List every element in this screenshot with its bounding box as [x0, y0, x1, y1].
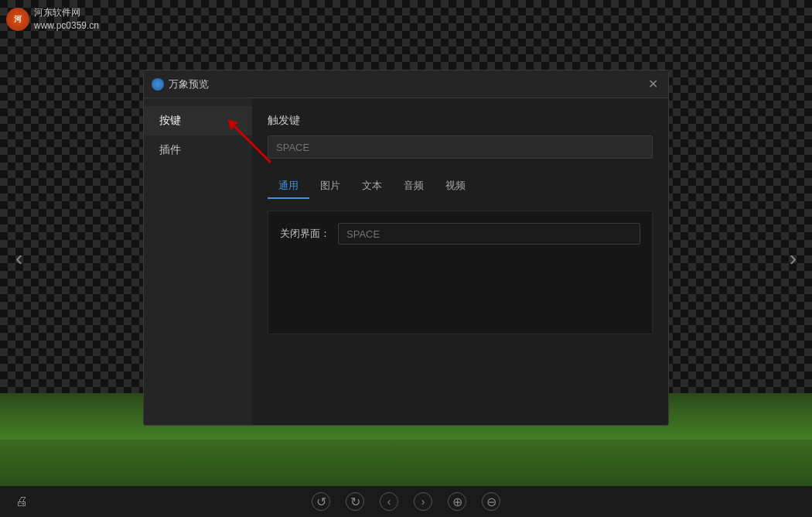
content-panel: 关闭界面： [268, 211, 653, 334]
bottom-toolbar: 🖨 ↺ ↻ ‹ › ⊕ ⊖ [0, 486, 812, 517]
back-button[interactable]: ‹ [380, 492, 398, 511]
zoom-in-button[interactable]: ⊕ [448, 492, 466, 511]
watermark-text: 河东软件网 www.pc0359.cn [34, 6, 99, 33]
watermark: 河 河东软件网 www.pc0359.cn [6, 6, 99, 33]
close-ui-input[interactable] [338, 223, 640, 245]
print-button[interactable]: 🖨 [15, 495, 28, 508]
sidebar-item-plugins[interactable]: 插件 [144, 135, 252, 165]
nav-arrow-left[interactable]: ‹ [8, 238, 30, 279]
close-ui-label: 关闭界面： [280, 227, 330, 241]
tab-text[interactable]: 文本 [351, 174, 393, 199]
close-ui-field: 关闭界面： [280, 223, 640, 245]
dialog-title-icon [152, 78, 164, 91]
tabs-row: 通用 图片 文本 音频 视频 [268, 174, 653, 199]
watermark-logo: 河 [6, 8, 29, 31]
tab-video[interactable]: 视频 [435, 174, 476, 199]
trigger-label: 触发键 [268, 114, 653, 128]
trigger-input[interactable] [268, 135, 653, 159]
dialog-sidebar: 按键 插件 [144, 98, 252, 425]
redo-button[interactable]: ↻ [346, 492, 364, 511]
dialog-content: 触发键 通用 图片 文本 音频 视频 [252, 98, 668, 425]
tab-general[interactable]: 通用 [268, 174, 309, 199]
dialog: 万象预览 ✕ 按键 插件 触发键 通用 图片 [143, 70, 669, 426]
dialog-body: 按键 插件 触发键 通用 图片 文本 [144, 98, 668, 425]
sidebar-item-buttons[interactable]: 按键 [144, 106, 252, 135]
dialog-close-button[interactable]: ✕ [645, 77, 660, 92]
forward-button[interactable]: › [414, 492, 432, 511]
nav-arrow-right[interactable]: › [782, 238, 804, 279]
undo-button[interactable]: ↺ [312, 492, 330, 511]
tab-image[interactable]: 图片 [309, 174, 351, 199]
dialog-title: 万象预览 [169, 77, 645, 91]
zoom-out-button[interactable]: ⊖ [482, 492, 500, 511]
dialog-titlebar: 万象预览 ✕ [144, 70, 668, 98]
tab-audio[interactable]: 音频 [393, 174, 435, 199]
